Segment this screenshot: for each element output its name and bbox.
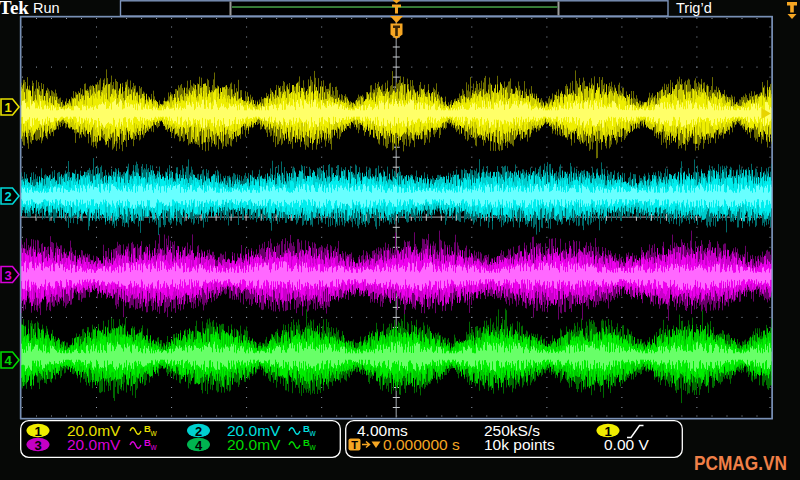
svg-text:T: T <box>351 439 358 451</box>
svg-text:Run: Run <box>33 0 60 16</box>
svg-text:20.0mV: 20.0mV <box>67 436 121 453</box>
svg-text:3: 3 <box>34 438 41 453</box>
svg-text:2: 2 <box>5 189 12 204</box>
svg-text:20.0mV: 20.0mV <box>227 436 281 453</box>
svg-text:4: 4 <box>5 353 13 368</box>
svg-text:1: 1 <box>5 100 12 115</box>
svg-text:10k points: 10k points <box>484 436 555 453</box>
svg-text:Tek: Tek <box>0 0 29 18</box>
svg-text:w: w <box>150 442 158 452</box>
svg-text:w: w <box>309 428 317 438</box>
svg-text:w: w <box>309 442 317 452</box>
svg-text:Trig’d: Trig’d <box>676 0 712 16</box>
svg-text:0.000000 s: 0.000000 s <box>383 436 460 453</box>
svg-text:2: 2 <box>195 424 202 439</box>
svg-text:0.00 V: 0.00 V <box>604 436 649 453</box>
svg-text:1: 1 <box>34 424 41 439</box>
svg-text:3: 3 <box>5 268 12 283</box>
svg-text:PCMAG.VN: PCMAG.VN <box>694 451 787 474</box>
svg-text:4: 4 <box>195 438 203 453</box>
svg-text:w: w <box>150 428 158 438</box>
